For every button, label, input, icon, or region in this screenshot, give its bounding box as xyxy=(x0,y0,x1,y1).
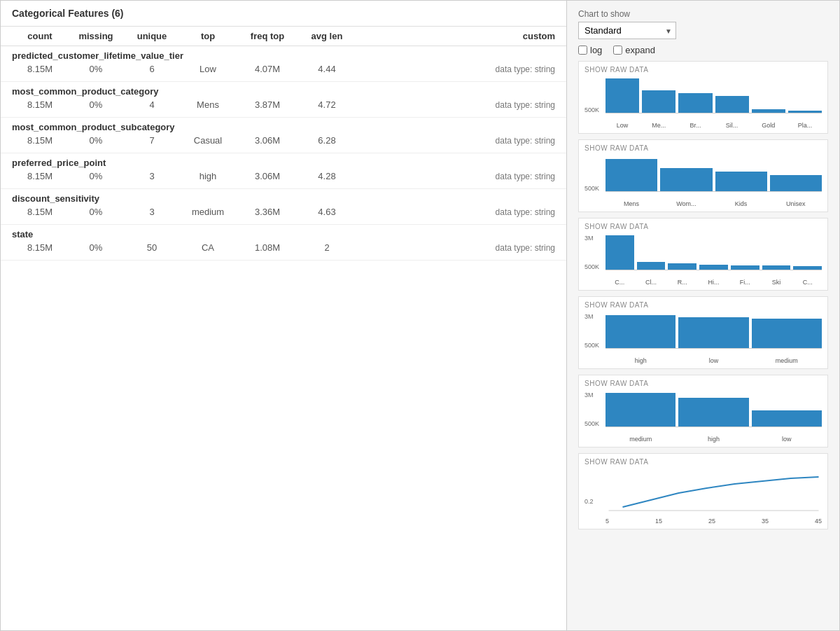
bars-container xyxy=(584,233,822,279)
bar-item xyxy=(770,175,822,192)
stat-freq-top: 3.06M xyxy=(236,135,299,146)
feature-name: preferred_price_point xyxy=(12,158,555,168)
features-container: predicted_customer_lifetime_value_tier 8… xyxy=(1,46,566,261)
feature-stats: 8.15M 0% 50 CA 1.08M 2 data type: string xyxy=(12,242,555,253)
x-label-5: 5 xyxy=(606,518,609,525)
stat-missing: 0% xyxy=(68,171,124,181)
expand-checkbox[interactable] xyxy=(613,46,622,55)
chart-x-label: Pla... xyxy=(788,122,822,129)
stat-custom: data type: string xyxy=(355,64,555,74)
bar-item xyxy=(606,78,639,113)
chart-select-wrapper[interactable]: Standard Bar Line ▼ xyxy=(578,22,676,39)
bar-item xyxy=(606,393,676,427)
chart-x-label: medium xyxy=(606,436,676,443)
chart-x-label: low xyxy=(752,436,822,443)
stat-count: 8.15M xyxy=(12,207,68,217)
chart-x-labels: highlowmedium xyxy=(584,357,822,364)
show-raw-data-link[interactable]: SHOW RAW DATA xyxy=(584,144,822,152)
chart-x-label: Unisex xyxy=(770,200,822,207)
feature-row: most_common_product_category 8.15M 0% 4 … xyxy=(1,82,566,118)
chart-x-label: Kids xyxy=(715,200,767,207)
stat-avg-len: 4.44 xyxy=(299,64,355,74)
stat-count: 8.15M xyxy=(12,171,68,181)
feature-stats: 8.15M 0% 6 Low 4.07M 4.44 data type: str… xyxy=(12,64,555,74)
show-raw-data-link[interactable]: SHOW RAW DATA xyxy=(584,301,822,309)
bar-item xyxy=(678,93,712,113)
chart-x-labels: LowMe...Br...Sil...GoldPla... xyxy=(584,122,822,129)
show-raw-data-link[interactable]: SHOW RAW DATA xyxy=(584,66,822,74)
x-axis-line xyxy=(606,113,822,113)
feature-name: discount_sensitivity xyxy=(12,193,555,204)
stat-top: medium xyxy=(180,207,236,217)
stat-count: 8.15M xyxy=(12,99,68,110)
stat-freq-top: 3.87M xyxy=(236,99,299,110)
bars-container xyxy=(584,390,822,436)
stat-count: 8.15M xyxy=(12,242,68,253)
stat-unique: 3 xyxy=(124,171,180,181)
chart-x-label: Fi... xyxy=(731,279,760,286)
feature-row: most_common_product_subcategory 8.15M 0%… xyxy=(1,118,566,153)
log-checkbox-label[interactable]: log xyxy=(578,45,602,55)
chart-x-labels: C...Cl...R...Hi...Fi...SkiC... xyxy=(584,279,822,286)
bar-item xyxy=(606,315,676,349)
bars-container xyxy=(584,155,822,200)
feature-row: state 8.15M 0% 50 CA 1.08M 2 data type: … xyxy=(1,225,566,261)
panel-title: Categorical Features (6) xyxy=(1,1,566,27)
x-axis-line xyxy=(606,270,822,270)
x-label-25: 25 xyxy=(708,518,715,525)
chart-x-label: high xyxy=(606,357,676,364)
stat-unique: 4 xyxy=(124,99,180,110)
chart-section: SHOW RAW DATA 3M 500K C...Cl...R...Hi...… xyxy=(578,218,828,291)
stat-missing: 0% xyxy=(68,64,124,74)
stat-freq-top: 4.07M xyxy=(236,64,299,74)
stat-top: Mens xyxy=(180,99,236,110)
stat-top: Casual xyxy=(180,135,236,146)
chart-x-label: Sil... xyxy=(715,122,749,129)
feature-stats: 8.15M 0% 3 medium 3.36M 4.63 data type: … xyxy=(12,207,555,217)
stat-custom: data type: string xyxy=(355,207,555,217)
stat-unique: 7 xyxy=(124,135,180,146)
stat-missing: 0% xyxy=(68,242,124,253)
bars-container xyxy=(584,312,822,357)
expand-checkbox-label[interactable]: expand xyxy=(613,45,655,55)
stat-missing: 0% xyxy=(68,207,124,217)
column-headers: count missing unique top freq top avg le… xyxy=(1,27,566,46)
col-header-avg-len: avg len xyxy=(299,31,355,41)
chart-x-label: Low xyxy=(606,122,639,129)
x-label-15: 15 xyxy=(655,518,662,525)
chart-select[interactable]: Standard Bar Line xyxy=(578,22,676,39)
col-header-top: top xyxy=(180,31,236,41)
stat-unique: 3 xyxy=(124,207,180,217)
feature-row: predicted_customer_lifetime_value_tier 8… xyxy=(1,46,566,82)
feature-row: preferred_price_point 8.15M 0% 3 high 3.… xyxy=(1,153,566,189)
stat-unique: 50 xyxy=(124,242,180,253)
y-mid-label: 0.2 xyxy=(584,498,594,505)
bar-item xyxy=(642,90,676,113)
stat-avg-len: 4.63 xyxy=(299,207,355,217)
stat-missing: 0% xyxy=(68,135,124,146)
chart-x-label: Mens xyxy=(606,200,657,207)
bar-item xyxy=(678,398,748,427)
stat-custom: data type: string xyxy=(355,100,555,110)
show-raw-data-link[interactable]: SHOW RAW DATA xyxy=(584,223,822,230)
feature-stats: 8.15M 0% 4 Mens 3.87M 4.72 data type: st… xyxy=(12,99,555,110)
x-axis-line xyxy=(606,427,822,427)
chart-section: SHOW RAW DATA 500K LowMe...Br...Sil...Go… xyxy=(578,61,828,134)
x-axis-line xyxy=(606,348,822,349)
chart-section: SHOW RAW DATA 3M 500K highlowmedium xyxy=(578,296,828,369)
stat-avg-len: 2 xyxy=(299,242,355,253)
show-raw-data-link[interactable]: SHOW RAW DATA xyxy=(584,380,822,387)
chart-x-label: Ski xyxy=(762,279,791,286)
stat-avg-len: 6.28 xyxy=(299,135,355,146)
stat-count: 8.15M xyxy=(12,135,68,146)
chart-select-row: Standard Bar Line ▼ xyxy=(578,22,828,39)
charts-container: SHOW RAW DATA 500K LowMe...Br...Sil...Go… xyxy=(578,61,828,529)
bar-item xyxy=(715,172,767,192)
x-axis-line xyxy=(606,191,822,192)
chart-to-show-label: Chart to show xyxy=(578,9,828,19)
stat-avg-len: 4.72 xyxy=(299,99,355,110)
chart-x-label: R... xyxy=(668,279,696,286)
show-raw-data-link[interactable]: SHOW RAW DATA xyxy=(584,458,822,466)
chart-section: SHOW RAW DATA 3M 500K mediumhighlow xyxy=(578,375,828,448)
log-checkbox[interactable] xyxy=(578,46,587,55)
